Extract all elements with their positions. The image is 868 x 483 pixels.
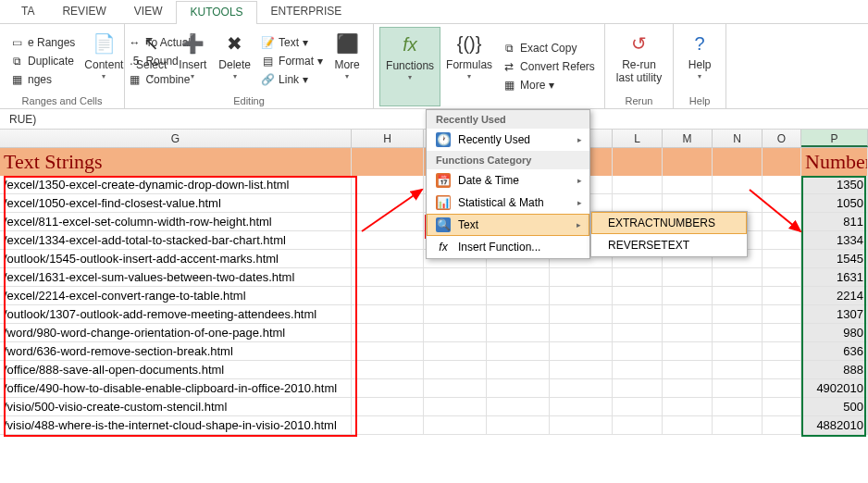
convertrefers-btn[interactable]: ⇄Convert Refers xyxy=(498,58,599,75)
cell[interactable] xyxy=(352,194,424,212)
cell[interactable] xyxy=(663,194,713,212)
formulas-btn[interactable]: {()}Formulas▾ xyxy=(440,27,498,106)
cell[interactable]: /outlook/1545-outlook-insert-add-accent-… xyxy=(0,250,352,267)
cell[interactable] xyxy=(487,361,550,378)
dd-text[interactable]: 🔍Text▸ xyxy=(427,214,589,236)
cell[interactable] xyxy=(352,148,424,176)
cell[interactable] xyxy=(424,398,487,415)
cell[interactable] xyxy=(713,379,763,397)
cell[interactable]: /excel/1050-excel-find-closest-value.htm… xyxy=(0,194,352,212)
cell[interactable] xyxy=(663,398,713,415)
cell[interactable] xyxy=(763,194,801,212)
help-btn[interactable]: ?Help▾ xyxy=(679,27,720,95)
cell[interactable] xyxy=(424,379,487,397)
rerun-btn[interactable]: ↺Re-runlast utility xyxy=(611,27,667,95)
cell[interactable] xyxy=(550,342,613,360)
cell[interactable] xyxy=(424,324,487,341)
duplicate-btn[interactable]: ⧉Duplicate xyxy=(6,53,79,69)
cell[interactable]: /excel/2214-excel-convert-range-to-table… xyxy=(0,287,352,304)
cell[interactable] xyxy=(713,342,763,360)
cell[interactable] xyxy=(487,305,550,323)
cell[interactable] xyxy=(424,416,487,434)
cell[interactable]: /excel/1631-excel-sum-values-between-two… xyxy=(0,268,352,286)
cell[interactable] xyxy=(352,213,424,230)
link-btn[interactable]: 🔗Link ▾ xyxy=(256,71,327,88)
sub-extract[interactable]: EXTRACTNUMBERS xyxy=(591,212,747,234)
sub-reverse[interactable]: REVERSETEXT xyxy=(591,234,747,256)
cell[interactable]: /excel/811-excel-set-column-width-row-he… xyxy=(0,213,352,230)
cell[interactable] xyxy=(352,305,424,323)
cell[interactable] xyxy=(663,342,713,360)
cell[interactable] xyxy=(352,416,424,434)
cell[interactable] xyxy=(713,361,763,378)
cell[interactable] xyxy=(763,231,801,249)
cell[interactable] xyxy=(713,398,763,415)
col-header-M[interactable]: M xyxy=(663,130,713,147)
cell[interactable] xyxy=(663,324,713,341)
cell[interactable] xyxy=(663,379,713,397)
cell[interactable]: 1050 xyxy=(801,194,868,212)
cell[interactable] xyxy=(352,268,424,286)
col-header-P[interactable]: P xyxy=(801,130,868,147)
cell[interactable] xyxy=(487,268,550,286)
cell[interactable] xyxy=(487,379,550,397)
dd-insertfn[interactable]: fxInsert Function... xyxy=(427,236,589,258)
dd-stat[interactable]: 📊Statistical & Math▸ xyxy=(427,192,589,214)
cell[interactable] xyxy=(663,416,713,434)
cell[interactable]: 500 xyxy=(801,398,868,415)
cell[interactable] xyxy=(763,305,801,323)
cell[interactable] xyxy=(352,287,424,304)
dd-datetime[interactable]: 📅Date & Time▸ xyxy=(427,169,589,192)
cell[interactable] xyxy=(713,305,763,323)
cell[interactable]: /excel/1334-excel-add-total-to-stacked-b… xyxy=(0,231,352,249)
cell[interactable]: /outlook/1307-outlook-add-remove-meeting… xyxy=(0,305,352,323)
cell[interactable]: /excel/1350-excel-create-dynamic-drop-do… xyxy=(0,176,352,193)
cell[interactable]: 4882010 xyxy=(801,416,868,434)
tab-view[interactable]: VIEW xyxy=(120,0,177,23)
cell[interactable] xyxy=(487,342,550,360)
dd-recently[interactable]: 🕐Recently Used▸ xyxy=(427,129,589,151)
cell[interactable] xyxy=(763,379,801,397)
cell[interactable] xyxy=(763,176,801,193)
cell[interactable] xyxy=(613,176,663,193)
col-header-G[interactable]: G xyxy=(0,130,352,147)
exactcopy-btn[interactable]: ⧉Exact Copy xyxy=(498,40,599,56)
cell[interactable] xyxy=(550,268,613,286)
col-header-L[interactable]: L xyxy=(613,130,663,147)
cell[interactable] xyxy=(550,324,613,341)
more-btn[interactable]: ⬛More▾ xyxy=(327,27,367,95)
cell[interactable]: Text Strings xyxy=(0,148,352,176)
cell[interactable] xyxy=(613,379,663,397)
cell[interactable]: 2214 xyxy=(801,287,868,304)
cell[interactable] xyxy=(613,361,663,378)
cell[interactable] xyxy=(424,342,487,360)
cell[interactable]: /office/490-how-to-disable-enable-clipbo… xyxy=(0,379,352,397)
cell[interactable]: /word/980-word-change-orientation-of-one… xyxy=(0,324,352,341)
select-btn[interactable]: ↖Select▾ xyxy=(130,27,172,95)
cell[interactable] xyxy=(424,361,487,378)
insert-btn[interactable]: ➕Insert▾ xyxy=(172,27,213,95)
cell[interactable] xyxy=(763,268,801,286)
cell[interactable] xyxy=(613,268,663,286)
cell[interactable]: 1545 xyxy=(801,250,868,267)
cell[interactable] xyxy=(663,268,713,286)
cell[interactable]: Numbers xyxy=(801,148,868,176)
col-header-N[interactable]: N xyxy=(713,130,763,147)
cell[interactable] xyxy=(613,287,663,304)
cell[interactable]: 4902010 xyxy=(801,379,868,397)
cell[interactable]: 1307 xyxy=(801,305,868,323)
cell[interactable] xyxy=(550,305,613,323)
cell[interactable] xyxy=(613,398,663,415)
cell[interactable] xyxy=(663,287,713,304)
cell[interactable]: /visio/488-where-is-the-internet-cloud-s… xyxy=(0,416,352,434)
tab-kutools[interactable]: KUTOOLS xyxy=(176,1,256,24)
col-header-H[interactable]: H xyxy=(352,130,424,147)
cell[interactable] xyxy=(613,148,663,176)
cell[interactable] xyxy=(550,287,613,304)
cell[interactable] xyxy=(713,416,763,434)
cell[interactable]: 636 xyxy=(801,342,868,360)
cell[interactable] xyxy=(663,361,713,378)
cell[interactable] xyxy=(713,148,763,176)
cell[interactable]: 888 xyxy=(801,361,868,378)
delete-btn[interactable]: ✖Delete▾ xyxy=(213,27,256,95)
